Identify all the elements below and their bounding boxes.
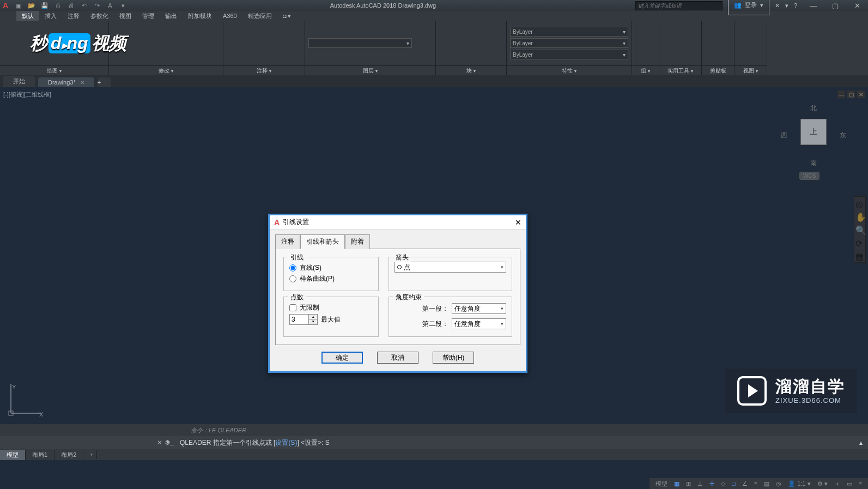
signin-label[interactable]: 登录 <box>745 1 757 9</box>
viewcube-wcs[interactable]: WCS <box>799 172 820 180</box>
tab-close-icon[interactable]: ✕ <box>80 80 84 86</box>
tab-new-button[interactable]: + <box>98 77 111 87</box>
status-transparency-icon[interactable]: ▤ <box>762 480 771 487</box>
panel-layers-title[interactable]: 图层 <box>363 68 377 74</box>
leader-spline-radio[interactable] <box>289 275 296 282</box>
points-max-input[interactable] <box>290 316 308 323</box>
ribbon-tab-parametric[interactable]: 参数化 <box>85 11 114 21</box>
qat-saveas-icon[interactable]: ⎙ <box>53 1 62 10</box>
panel-block-title[interactable]: 块 <box>466 68 475 74</box>
status-cleanscreen-icon[interactable]: ▭ <box>845 480 854 487</box>
tab-start[interactable]: 开始 <box>3 76 35 87</box>
status-snap-icon[interactable]: ⊞ <box>684 480 693 487</box>
dialog-close-button[interactable]: ✕ <box>515 218 521 227</box>
spinner-down-icon[interactable]: ▾ <box>308 319 317 324</box>
ribbon-tab-annotate[interactable]: 注释 <box>62 11 85 21</box>
viewcube[interactable]: 北 南 西 东 上 WCS <box>781 104 846 180</box>
status-ortho-icon[interactable]: ⊥ <box>696 480 705 487</box>
status-cycle-icon[interactable]: ◎ <box>774 480 783 487</box>
layout-tab-1[interactable]: 布局1 <box>26 450 54 460</box>
cmd-option[interactable]: 设置(S) <box>275 439 297 446</box>
viewport-label[interactable]: [-][俯视][二维线框] <box>3 90 51 99</box>
leader-straight-radio[interactable] <box>289 264 296 271</box>
status-annoscale-icon[interactable]: 👤 1:1 ▾ <box>786 480 812 487</box>
ribbon-tab-more-icon[interactable]: ◘ ▾ <box>277 11 297 21</box>
app-menu-icon[interactable]: ▾ <box>785 2 788 9</box>
nav-showmotion-icon[interactable]: ▦ <box>855 251 864 260</box>
points-max-spinner[interactable]: ▴▾ <box>289 314 318 325</box>
cmdline-close-icon[interactable]: ✕ <box>157 439 162 446</box>
ribbon-tab-default[interactable]: 默认 <box>16 11 39 21</box>
cmdline-expand-icon[interactable]: ▴ <box>854 439 868 446</box>
status-customize-icon[interactable]: ≡ <box>857 480 864 487</box>
signin-dropdown-icon[interactable]: ▾ <box>760 2 763 9</box>
ribbon-tab-view[interactable]: 视图 <box>114 11 137 21</box>
ok-button[interactable]: 确定 <box>321 352 363 364</box>
layout-tab-model[interactable]: 模型 <box>0 450 26 460</box>
ribbon-tab-insert[interactable]: 插入 <box>39 11 62 21</box>
panel-clipboard-title[interactable]: 剪贴板 <box>710 68 726 74</box>
status-polar-icon[interactable]: ✛ <box>708 480 716 487</box>
status-grid-icon[interactable]: ▦ <box>672 480 681 487</box>
ribbon-tab-featured[interactable]: 精选应用 <box>242 11 277 21</box>
viewport-max-icon[interactable]: ▢ <box>847 90 855 98</box>
window-restore-button[interactable]: ▢ <box>824 2 846 10</box>
linetype-selector[interactable]: ByLayer▾ <box>510 50 628 59</box>
help-search-input[interactable] <box>635 1 723 10</box>
lineweight-selector[interactable]: ByLayer▾ <box>510 38 628 48</box>
status-iso-icon[interactable]: ◇ <box>719 480 727 487</box>
exchange-icon[interactable]: ✕ <box>775 2 780 9</box>
status-otrack-icon[interactable]: ∠ <box>740 480 749 487</box>
arrowhead-select[interactable]: 点 ▾ <box>394 262 506 273</box>
color-selector[interactable]: ByLayer▾ <box>510 27 628 37</box>
viewport-close-icon[interactable]: ✕ <box>857 90 865 98</box>
viewcube-west[interactable]: 西 <box>781 131 787 140</box>
points-unlimited-checkbox[interactable] <box>289 304 296 311</box>
qat-new-icon[interactable]: ▣ <box>14 1 23 10</box>
viewcube-north[interactable]: 北 <box>781 104 846 113</box>
cancel-button[interactable]: 取消 <box>377 352 418 364</box>
command-line[interactable]: ✕ ⚙ ▸_ QLEADER 指定第一个引线点或 [设置(S)] <设置>: S… <box>0 436 868 449</box>
drawing-canvas[interactable]: [-][俯视][二维线框] — ▢ ✕ 北 南 西 东 上 WCS ◎ ✋ 🔍 … <box>0 87 868 424</box>
panel-utils-title[interactable]: 实用工具 <box>667 68 693 74</box>
window-close-button[interactable]: ✕ <box>846 2 868 10</box>
help-button[interactable]: 帮助(H) <box>433 352 474 364</box>
status-osnap-icon[interactable]: □ <box>730 480 737 487</box>
qat-undo-icon[interactable]: ↶ <box>80 1 88 10</box>
ribbon-tab-a360[interactable]: A360 <box>217 11 242 20</box>
panel-view-title[interactable]: 视图 <box>743 68 757 74</box>
qat-open-icon[interactable]: 📂 <box>27 1 36 10</box>
viewcube-south[interactable]: 南 <box>781 159 846 168</box>
status-annomonitor-icon[interactable]: ＋ <box>833 480 842 488</box>
qat-redo-icon[interactable]: ↷ <box>93 1 101 10</box>
status-workspace-icon[interactable]: ⚙ ▾ <box>816 480 829 487</box>
status-model-button[interactable]: 模型 <box>654 480 669 488</box>
seg2-select[interactable]: 任意角度▾ <box>452 318 506 329</box>
dialog-tab-leader-arrow[interactable]: 引线和箭头 <box>300 234 345 249</box>
nav-orbit-icon[interactable]: ⟳ <box>855 238 864 247</box>
seg1-select[interactable]: 任意角度▾ <box>452 303 506 314</box>
qat-annotate-icon[interactable]: A <box>106 1 114 10</box>
panel-annotate-title[interactable]: 注释 <box>257 68 271 74</box>
nav-wheel-icon[interactable]: ◎ <box>855 199 864 208</box>
viewport-min-icon[interactable]: — <box>837 90 845 98</box>
qat-plot-icon[interactable]: 🖨 <box>66 1 75 10</box>
tab-drawing3[interactable]: Drawing3*✕ <box>38 77 94 87</box>
panel-draw-title[interactable]: 绘图 <box>47 68 61 74</box>
layout-tab-add[interactable]: + <box>83 450 97 459</box>
signin-icon[interactable]: 👥 <box>734 2 742 9</box>
panel-modify-title[interactable]: 修改 <box>159 68 173 74</box>
layer-selector[interactable]: ▾ <box>308 38 412 48</box>
nav-pan-icon[interactable]: ✋ <box>855 212 864 221</box>
ribbon-tab-output[interactable]: 输出 <box>160 11 183 21</box>
nav-zoom-icon[interactable]: 🔍 <box>855 225 864 234</box>
viewcube-east[interactable]: 东 <box>840 131 846 140</box>
qat-save-icon[interactable]: 💾 <box>40 1 49 10</box>
ribbon-tab-addins[interactable]: 附加模块 <box>183 11 217 21</box>
viewcube-top-face[interactable]: 上 <box>800 119 827 145</box>
qat-more-icon[interactable]: ▾ <box>119 1 128 10</box>
dialog-tab-annotation[interactable]: 注释 <box>275 234 300 249</box>
help-icon[interactable]: ? <box>794 2 797 9</box>
status-lineweight-icon[interactable]: ≡ <box>752 480 759 487</box>
spinner-up-icon[interactable]: ▴ <box>308 315 317 319</box>
